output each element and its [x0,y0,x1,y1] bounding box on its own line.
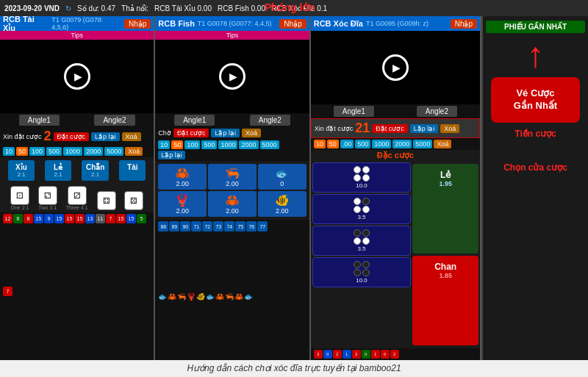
chip-1000[interactable]: 1000 [63,147,82,156]
num-9-blue[interactable]: 9 [44,214,54,223]
fish-xoa-btn[interactable]: Xoá [242,129,261,137]
xd-chip-500[interactable]: 500 [355,140,370,148]
fish-num-74[interactable]: 74 [224,221,234,231]
xdn-2b[interactable]: 2 [352,350,361,359]
tai-xiu-angle1-btn[interactable]: Angle1 [19,115,60,126]
xoc-dia-lap-lai-btn[interactable]: Lặp lại [410,124,439,133]
fish-num-73[interactable]: 73 [213,221,223,231]
tai-xiu-dat-cuoc-btn[interactable]: Đặt cược [54,132,90,141]
xoc-dia-angle1-btn[interactable]: Angle1 [334,106,374,117]
dice-four-btn[interactable]: ⚃ [97,191,116,210]
fish-crab[interactable]: 🦀 2.00 [158,164,207,190]
xdn-0a[interactable]: 0 [323,350,332,359]
tai-xiu-nhap-btn[interactable]: Nhập [124,19,151,29]
fish-chip-50[interactable]: 50 [171,140,183,149]
chip-2000[interactable]: 2000 [84,147,103,156]
tai-xiu-xoa-btn[interactable]: Xoá [122,132,141,141]
tai-xiu-lap-lai-btn[interactable]: Lặp lại [91,132,120,141]
xd-chip-10[interactable]: 10 [314,140,326,148]
option-le[interactable]: Lẻ 2.1 [45,160,71,181]
fish-chip-10[interactable]: 10 [158,140,170,149]
option-xiu[interactable]: Xỉu 2:1 [8,160,35,181]
ve-cuoc-btn[interactable]: Vé Cược Gần Nhất [491,77,581,123]
fish-chip-1000[interactable]: 1000 [218,140,237,149]
fish-lobster[interactable]: 🦞 2.00 [158,191,207,217]
xdn-1[interactable]: 1 [343,350,351,359]
fish-num-76[interactable]: 76 [246,221,257,231]
xd-chip-50[interactable]: 50 [327,140,339,148]
xdn-0b[interactable]: 0 [362,350,370,359]
ball-item-4white[interactable]: 10.0 [312,162,412,193]
tai-xiu-play-btn[interactable] [64,63,90,90]
fish-shrimp[interactable]: 🦐 2.00 [208,164,257,190]
fish-chip-2000[interactable]: 2000 [239,140,258,149]
fish-tropical[interactable]: 🐠 2.00 [258,191,306,217]
fish-lap-lai-btn[interactable]: Lặp lại [211,129,240,137]
chan-btn[interactable]: Chan 1.85 [412,256,478,345]
chip-10[interactable]: 10 [3,147,15,156]
xoc-dia-xoa-btn[interactable]: Xoá [440,124,459,133]
fish-num-90[interactable]: 90 [180,221,190,231]
chip-50-active[interactable]: 50 [16,147,28,156]
chip-5000[interactable]: 5000 [104,147,123,156]
option-chan[interactable]: Chẵn 2.1 [82,160,109,181]
xdn-2c[interactable]: 2 [390,350,399,359]
fish-fish[interactable]: 🐟 0 [258,164,306,190]
num-12-red[interactable]: 12 [3,214,12,223]
xd-chip-1000[interactable]: 1000 [372,140,391,148]
fish-num-89[interactable]: 89 [169,221,179,231]
xoc-dia-play-btn[interactable] [382,54,409,81]
fish-chip-100[interactable]: 100 [184,140,200,149]
dice-one-btn[interactable]: ⚀ [10,186,29,205]
num-15a[interactable]: 15 [34,214,43,223]
num-15d[interactable]: 15 [75,214,85,223]
num-8-red[interactable]: 8 [24,214,33,223]
num-15b[interactable]: 15 [54,214,64,223]
fish-chip-500[interactable]: 500 [201,140,217,149]
dice-two-btn[interactable]: ⚁ [38,186,57,205]
option-tai[interactable]: Tài [119,160,146,181]
dice-five-btn[interactable]: ⚄ [124,191,143,210]
dice-three-btn[interactable]: ⚂ [68,186,87,205]
num-7-red[interactable]: 7 [106,214,115,223]
tai-xiu-angle2-btn[interactable]: Angle2 [94,115,135,126]
fish-num-77[interactable]: 77 [257,221,268,231]
xoc-dia-nhap-btn[interactable]: Nhập [451,19,477,29]
ball-item-2b2w[interactable]: 3.5 [312,226,412,256]
le-btn[interactable]: Lẻ 1.95 [412,164,478,254]
xdn-3[interactable]: 3 [314,350,323,359]
xdn-0c[interactable]: 0 [381,350,390,359]
fish-crab2[interactable]: 🦀 2.00 [208,191,257,217]
xoc-dia-angle2-btn[interactable]: Angle2 [417,106,457,117]
xoc-dia-dat-cuoc-btn[interactable]: Đặt cược [372,124,408,133]
fish-dat-cuoc-btn[interactable]: Đặt cược [173,129,209,137]
ball-item-4black[interactable]: 10.0 [312,257,412,287]
fish-num-75[interactable]: 75 [235,221,245,231]
chip-500[interactable]: 500 [46,147,62,156]
xd-chip-2000[interactable]: 2000 [392,140,412,148]
fish-nhap-btn[interactable]: Nhập [279,19,306,29]
num-11-gray[interactable]: 11 [96,214,105,223]
num-15c[interactable]: 15 [65,214,74,223]
xdn-1b[interactable]: 1 [371,350,380,359]
refresh-icon[interactable]: ↻ [65,4,71,12]
num-13-blue[interactable]: 13 [85,214,95,223]
fish-num-72[interactable]: 72 [202,221,212,231]
fish-play-btn[interactable] [219,63,245,90]
num-7b[interactable]: 7 [3,287,12,296]
tai-xiu-xoa-chip-btn[interactable]: Xoá [125,147,143,156]
xdn-2[interactable]: 2 [333,350,342,359]
fish-angle2-btn[interactable]: Angle2 [250,115,290,126]
fish-lap-lai-chip-btn[interactable]: Lặp lại [158,151,185,159]
num-5-green[interactable]: 5 [137,214,146,223]
fish-num-71[interactable]: 71 [191,221,201,231]
xd-chip-5000[interactable]: 5000 [413,140,432,148]
xd-xoa-chip-btn[interactable]: Xoá [434,140,451,148]
num-6-green[interactable]: 6 [13,214,23,223]
xd-chip-100[interactable]: .00 [340,140,354,148]
fish-angle1-btn[interactable]: Angle1 [174,115,215,126]
num-15e[interactable]: 15 [116,214,126,223]
num-15f[interactable]: 15 [126,214,136,223]
chip-100[interactable]: 100 [29,147,45,156]
fish-chip-5000[interactable]: 5000 [260,140,279,149]
